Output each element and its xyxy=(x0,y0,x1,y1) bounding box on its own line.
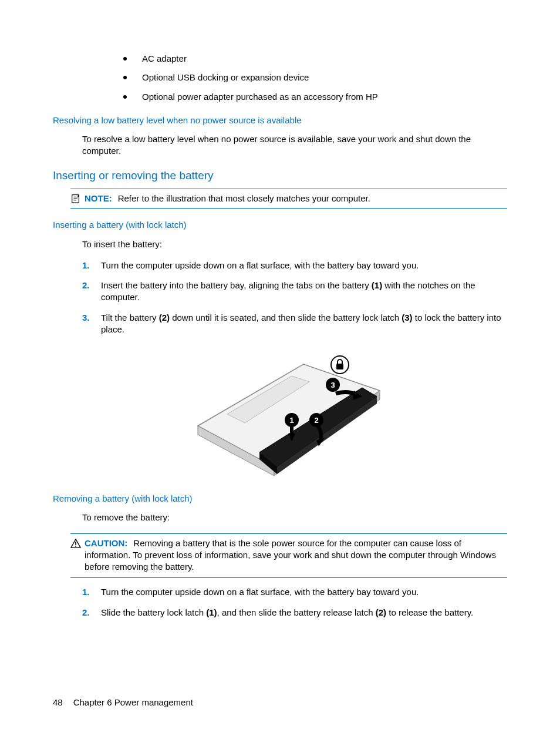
bullet-dot-icon xyxy=(123,76,127,79)
bullet-item: Optional USB docking or expansion device xyxy=(123,72,507,83)
caution-triangle-icon xyxy=(70,539,81,548)
heading-inserting-removing-battery: Inserting or removing the battery xyxy=(53,168,507,183)
note-label: NOTE: xyxy=(85,193,112,203)
step-text: Insert the battery into the battery bay,… xyxy=(101,280,507,304)
list-item: 3. Tilt the battery (2) down until it is… xyxy=(82,312,507,336)
step-number: 1. xyxy=(82,586,101,598)
callout-ref: (1) xyxy=(372,280,382,290)
step-text: Slide the battery lock latch (1), and th… xyxy=(101,607,507,619)
step-number: 2. xyxy=(82,607,101,619)
bullet-text: Optional power adapter purchased as an a… xyxy=(142,91,378,103)
removing-battery-steps: 1. Turn the computer upside down on a fl… xyxy=(82,586,507,619)
note-box: NOTE:Refer to the illustration that most… xyxy=(70,189,507,209)
note-content: NOTE:Refer to the illustration that most… xyxy=(85,193,370,204)
page-footer: 48 Chapter 6 Power management xyxy=(53,697,507,708)
laptop-battery-illustration: 1 2 3 xyxy=(174,344,386,479)
intro-text: To remove the battery: xyxy=(82,512,507,523)
bullet-dot-icon xyxy=(123,57,127,61)
note-body: Refer to the illustration that most clos… xyxy=(118,193,370,203)
bullet-text: AC adapter xyxy=(142,53,187,65)
intro-text: To insert the battery: xyxy=(82,238,507,250)
list-item: 1. Turn the computer upside down on a fl… xyxy=(82,260,507,271)
step-number: 1. xyxy=(82,260,101,271)
svg-rect-18 xyxy=(336,364,343,369)
callout-ref: (3) xyxy=(402,312,412,322)
callout-ref: (1) xyxy=(206,607,217,617)
list-item: 2. Insert the battery into the battery b… xyxy=(82,280,507,304)
bullet-item: AC adapter xyxy=(123,53,507,65)
list-item: 1. Turn the computer upside down on a fl… xyxy=(82,586,507,598)
bullet-dot-icon xyxy=(123,95,127,99)
callout-ref: (2) xyxy=(159,312,170,322)
step-number: 2. xyxy=(82,280,101,291)
svg-text:1: 1 xyxy=(289,416,294,425)
bullet-item: Optional power adapter purchased as an a… xyxy=(123,91,507,103)
caution-box: CAUTION:Removing a battery that is the s… xyxy=(70,533,507,579)
chapter-title: Chapter 6 Power management xyxy=(73,697,193,708)
heading-removing-battery-lock-latch: Removing a battery (with lock latch) xyxy=(53,493,507,505)
power-sources-bullet-list: AC adapter Optional USB docking or expan… xyxy=(123,53,507,103)
caution-label: CAUTION: xyxy=(85,538,127,548)
note-icon xyxy=(70,193,81,204)
step-number: 3. xyxy=(82,312,101,324)
bullet-text: Optional USB docking or expansion device xyxy=(142,72,309,83)
step-text: Tilt the battery (2) down until it is se… xyxy=(101,312,507,336)
step-text: Turn the computer upside down on a flat … xyxy=(101,260,507,271)
list-item: 2. Slide the battery lock latch (1), and… xyxy=(82,607,507,619)
caution-content: CAUTION:Removing a battery that is the s… xyxy=(85,537,507,573)
svg-text:3: 3 xyxy=(330,381,335,389)
inserting-battery-steps: 1. Turn the computer upside down on a fl… xyxy=(82,260,507,335)
svg-text:2: 2 xyxy=(314,416,318,425)
body-text: To resolve a low battery level when no p… xyxy=(82,133,507,157)
page-number: 48 xyxy=(53,697,63,708)
callout-ref: (2) xyxy=(376,607,386,617)
svg-point-21 xyxy=(75,546,76,547)
battery-insertion-figure: 1 2 3 xyxy=(53,344,507,479)
heading-inserting-battery-lock-latch: Inserting a battery (with lock latch) xyxy=(53,219,507,231)
step-text: Turn the computer upside down on a flat … xyxy=(101,586,507,598)
heading-resolving-low-battery: Resolving a low battery level when no po… xyxy=(53,115,507,126)
caution-body: Removing a battery that is the sole powe… xyxy=(85,538,496,572)
